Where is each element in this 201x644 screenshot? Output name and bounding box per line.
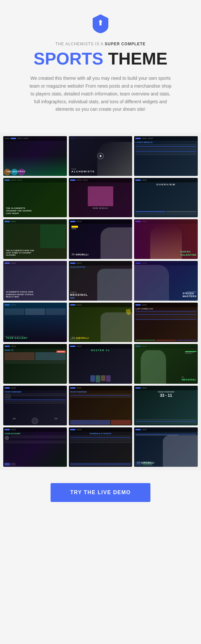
title-blue: SPORTS <box>34 49 103 68</box>
screenshot-10[interactable]: ALCHEMISTS COACH JAKE SUMSON'S RUGBY STO… <box>3 261 67 301</box>
screenshot-3[interactable]: LATEST RESULTS <box>134 136 198 176</box>
screenshot-7[interactable]: THE ALCHEMISTS WON THE LAST GAME 3-0 AGA… <box>3 219 67 259</box>
ss-9-label: SARAH VALENTINE <box>180 250 196 256</box>
screenshot-18[interactable]: 07 MESSINAL <box>134 344 198 384</box>
screenshot-16[interactable]: NEWS V5 BREAKING <box>3 344 67 384</box>
logo-icon <box>90 13 111 34</box>
screenshot-6[interactable]: OVERVIEW <box>134 178 198 218</box>
ss-2-label: THE ALCHEMISTS <box>71 168 95 173</box>
screenshot-13[interactable]: TEAM GALLERY PHOTOSHOOT FOR 2017 <box>3 303 67 342</box>
screenshot-2[interactable]: THE ALCHEMISTS <box>69 136 132 176</box>
screenshot-4[interactable]: THE ALCHEMISTS CRUSHED THE SHARKS LAST N… <box>3 178 67 218</box>
screenshot-23[interactable]: SCHEDULE & TICKETS <box>69 427 132 467</box>
svg-point-0 <box>100 20 101 22</box>
ss-10-label: ALCHEMISTS COACH JAKE SUMSON'S RUGBY STO… <box>6 291 34 298</box>
screenshot-17[interactable]: ROSTER V1 <box>69 344 132 384</box>
hero-section: THE ALCHEMISTS IS A SUPER COMPLETE SPORT… <box>0 0 201 133</box>
tagline: THE ALCHEMISTS IS A SUPER COMPLETE <box>20 42 181 46</box>
screenshot-19[interactable]: TEAM OVERVIEW 2-5 3-0 <box>3 386 67 425</box>
screenshot-8[interactable]: 38 GIROBILLI <box>69 219 132 259</box>
ss-8-label: 38 GIROBILLI <box>71 253 89 256</box>
screenshot-12[interactable]: STEVENMASTERS <box>134 261 198 301</box>
screenshot-24[interactable]: 38 GIROBILLI <box>134 427 198 467</box>
ss-1-label: THE DESTROY <box>6 170 26 173</box>
screenshot-11[interactable]: TEAM ROSTER JAMES MESSINAL 104 <box>69 261 132 301</box>
try-demo-button[interactable]: TRY THE LIVE DEMO <box>51 483 150 502</box>
screenshot-22[interactable]: YOUR ACCOUNT <box>3 427 67 467</box>
screenshot-20[interactable]: TEAM OVERVIEW <box>69 386 132 425</box>
screenshot-15[interactable]: LAST GAMES LOG <box>134 303 198 342</box>
main-title: SPORTS THEME <box>20 50 181 68</box>
cta-section: TRY THE LIVE DEMO <box>0 470 201 515</box>
description: We created this theme with all you may n… <box>29 75 172 113</box>
screenshot-21[interactable]: TEAM OVERVIEW 33 - 11 <box>134 386 198 425</box>
screenshot-5[interactable]: NEW WORLD <box>69 178 132 218</box>
screenshot-1[interactable]: THE DESTROY <box>3 136 67 176</box>
ss-4-label: THE ALCHEMISTS CRUSHED THE SHARKS LAST N… <box>6 207 32 215</box>
screenshot-14[interactable]: 38 GIROBILLI <box>69 303 132 342</box>
screenshot-9[interactable]: SARAH VALENTINE <box>134 219 198 259</box>
ss-18-label: 07 MESSINAL <box>182 376 196 381</box>
ss-7-label: THE ALCHEMISTS WON THE LAST GAME 3-0 AGA… <box>6 250 35 256</box>
screenshots-grid: THE DESTROY THE ALCHEMISTS LATEST RE <box>0 133 201 470</box>
